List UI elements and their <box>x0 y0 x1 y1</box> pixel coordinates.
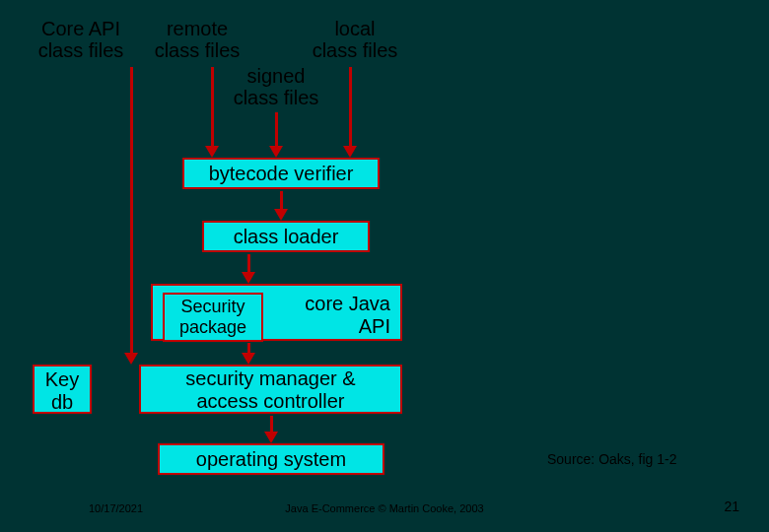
text: API <box>292 315 390 338</box>
label-core-api: Core API class files <box>32 18 130 61</box>
text: class loader <box>234 226 339 248</box>
label-security-package: Security package <box>163 293 263 342</box>
label-signed: signed class files <box>227 65 325 108</box>
box-bytecode-verifier: bytecode verifier <box>182 158 380 189</box>
box-security-core: Security package core Java API <box>151 284 402 341</box>
text: security manager & <box>141 367 400 390</box>
box-key-db: Key db <box>33 365 92 414</box>
footer-page-number: 21 <box>724 499 739 514</box>
text: bytecode verifier <box>209 163 354 185</box>
label-remote: remote class files <box>148 18 246 61</box>
box-security-manager: security manager & access controller <box>139 365 402 414</box>
text: class files <box>148 39 246 61</box>
text: package <box>169 317 257 338</box>
text: local <box>306 18 404 39</box>
footer-copyright: Java E-Commerce © Martin Cooke, 2003 <box>0 502 769 514</box>
text: Key <box>35 368 90 391</box>
text: access controller <box>141 390 400 413</box>
box-operating-system: operating system <box>158 443 384 475</box>
text: operating system <box>196 448 346 471</box>
label-local: local class files <box>306 18 404 61</box>
box-class-loader: class loader <box>202 221 370 252</box>
source-note: Source: Oaks, fig 1-2 <box>547 451 677 467</box>
text: Core API <box>32 18 130 39</box>
text: class files <box>32 39 130 61</box>
text: Security <box>169 297 257 317</box>
text: core Java <box>292 293 390 315</box>
text: remote <box>148 18 246 39</box>
text: class files <box>227 87 325 108</box>
text: signed <box>227 65 325 87</box>
text: class files <box>306 39 404 61</box>
text: db <box>35 391 90 414</box>
label-core-java-api: core Java API <box>292 293 390 338</box>
